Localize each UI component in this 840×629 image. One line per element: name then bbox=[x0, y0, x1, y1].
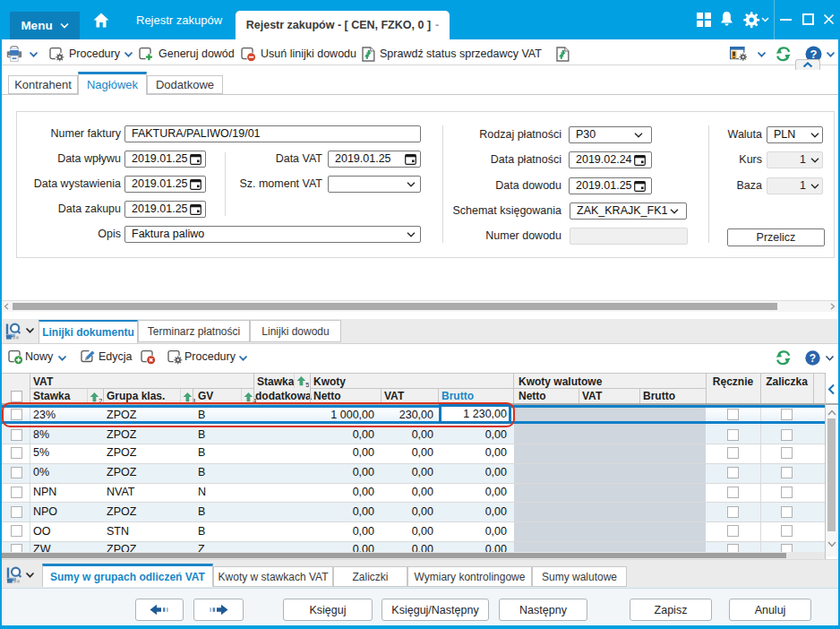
svg-text:5: 5 bbox=[305, 381, 309, 387]
svg-text:?: ? bbox=[810, 352, 816, 365]
